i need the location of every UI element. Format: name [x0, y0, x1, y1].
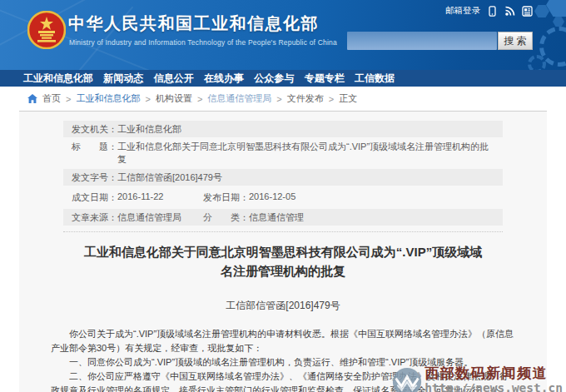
- meta-value: 信息通信管理局: [117, 211, 181, 224]
- watermark: 西部数码新闻频道 http://news.west.cn: [392, 365, 563, 392]
- gear-decoration: [528, 55, 546, 70]
- meta-value: 2016-12-05: [249, 191, 295, 204]
- mail-login-link[interactable]: 邮箱登录: [445, 5, 480, 17]
- meta-label: 分 类：: [203, 211, 249, 224]
- breadcrumb-separator: >: [197, 94, 202, 104]
- nav-item-news[interactable]: 新闻动态: [103, 72, 143, 86]
- main-navigation: 工业和信息化部 新闻动态 信息公开 在线办事 公众参与 专题专栏 工信数据: [0, 70, 566, 87]
- document-number: 工信部信管函[2016]479号: [51, 299, 515, 313]
- meta-value: 工信部信管函[2016]479号: [117, 171, 222, 184]
- breadcrumb-item-home[interactable]: 首页: [42, 92, 61, 105]
- breadcrumb-item-current: 正文: [339, 92, 357, 105]
- meta-value: 2016-11-22: [117, 191, 163, 204]
- breadcrumb-separator: >: [145, 94, 150, 104]
- nav-item-info-disclosure[interactable]: 信息公开: [154, 72, 194, 86]
- document-meta-table: 发文机关：工业和信息化部 标 题：工业和信息化部关于同意北京明智墨思科技有限公司…: [63, 121, 503, 226]
- meta-row-source-category: 文章来源：信息通信管理局 分 类：信息通信管理: [63, 209, 503, 226]
- hexagon-decoration: [546, 0, 566, 17]
- watermark-url: http://news.west.cn: [424, 381, 563, 392]
- breadcrumb: 首页 > 工业和信息化部 > 机构设置 > 信息通信管理局 > 文件发布 > 正…: [0, 87, 566, 111]
- site-subtitle: Ministry of Industry and Information Tec…: [69, 38, 337, 47]
- meta-label: 发文机关：: [72, 123, 117, 136]
- meta-label: 发文字号：: [72, 171, 117, 184]
- site-title[interactable]: 中华人民共和国工业和信息化部: [68, 12, 319, 35]
- watermark-channel-name: 西部数码新闻频道: [424, 365, 548, 381]
- dotted-divider: [63, 231, 503, 232]
- meta-label: 发布日期：: [203, 191, 249, 204]
- meta-label: 标 题：: [72, 141, 117, 166]
- breadcrumb-separator: >: [276, 94, 281, 104]
- newspaper-icon[interactable]: [522, 6, 533, 17]
- document-card: 发文机关：工业和信息化部 标 题：工业和信息化部关于同意北京明智墨思科技有限公司…: [19, 111, 547, 392]
- meta-row-title: 标 题：工业和信息化部关于同意北京明智墨思科技有限公司成为“.VIP”顶级域域名…: [63, 141, 503, 166]
- breadcrumb-item-telecom-bureau[interactable]: 信息通信管理局: [207, 92, 271, 105]
- meta-value: 信息通信管理: [249, 211, 304, 224]
- nav-item-special-topics[interactable]: 专题专栏: [305, 72, 345, 86]
- nav-item-public-participation[interactable]: 公众参与: [254, 72, 294, 86]
- meta-label: 文章来源：: [72, 211, 117, 224]
- meta-value: 工业和信息化部: [117, 123, 181, 136]
- meta-row-dates: 成文日期：2016-11-22 发布日期：2016-12-05: [63, 189, 503, 206]
- search-button[interactable]: 搜 索: [498, 32, 533, 50]
- nav-item-online-services[interactable]: 在线办事: [204, 72, 244, 86]
- search-input[interactable]: [347, 32, 497, 50]
- hexagon-decoration: [534, 5, 549, 17]
- breadcrumb-item-doc-release[interactable]: 文件发布: [287, 92, 324, 105]
- breadcrumb-separator: >: [329, 94, 334, 104]
- page-title: 工业和信息化部关于同意北京明智墨思科技有限公司成为“.VIP”顶级域域名注册管理…: [81, 242, 485, 280]
- meta-label: 成文日期：: [72, 191, 117, 204]
- meta-row-doc-number: 发文字号：工信部信管函[2016]479号: [63, 169, 503, 186]
- home-icon[interactable]: [27, 94, 37, 103]
- breadcrumb-separator: >: [66, 94, 71, 104]
- document-paragraph: 你公司关于成为“.VIP”顶级域域名注册管理机构的申请材料收悉。根据《中国互联网…: [51, 327, 515, 355]
- site-header: 中华人民共和国工业和信息化部 Ministry of Industry and …: [0, 0, 566, 70]
- search-bar: 搜 索: [347, 32, 533, 50]
- west-logo-icon: [392, 367, 422, 392]
- meta-row-issuing-agency: 发文机关：工业和信息化部: [63, 121, 503, 137]
- hexagon-decoration: [553, 17, 564, 27]
- breadcrumb-item-org-setup[interactable]: 机构设置: [156, 92, 192, 105]
- nav-item-ministry[interactable]: 工业和信息化部: [23, 72, 93, 86]
- nav-item-miit-data[interactable]: 工信数据: [355, 72, 395, 86]
- breadcrumb-item-ministry[interactable]: 工业和信息化部: [76, 92, 140, 105]
- mobile-icon[interactable]: [487, 6, 498, 17]
- national-emblem-logo: [27, 11, 66, 49]
- rss-icon[interactable]: [504, 6, 515, 17]
- meta-value: 工业和信息化部关于同意北京明智墨思科技有限公司成为“.VIP”顶级域域名注册管理…: [117, 141, 494, 166]
